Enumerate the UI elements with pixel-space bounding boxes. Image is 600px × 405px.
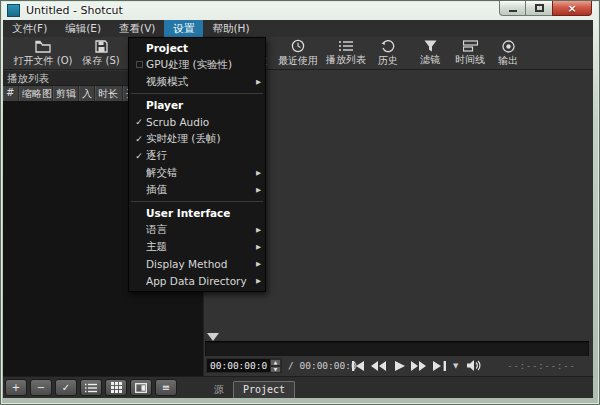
rewind-button[interactable] <box>370 360 386 372</box>
view-tiles-icon <box>111 382 122 393</box>
volume-icon <box>467 359 481 372</box>
fast-forward-icon <box>411 361 426 371</box>
menu-header-player: Player <box>129 97 265 113</box>
export-label: 输出 <box>498 54 518 68</box>
submenu-arrow-icon: ▶ <box>252 260 261 268</box>
menu-edit[interactable]: 编辑(E) <box>56 20 110 37</box>
minimize-button[interactable] <box>499 1 526 16</box>
menu-settings[interactable]: 设置 <box>164 20 203 37</box>
main-toolbar: 打开文件 (O) 保存 (S) i 性 最近使用 播放列表 历史 <box>3 37 593 70</box>
view-icons-button[interactable] <box>130 379 152 396</box>
tab-source[interactable]: 源 <box>205 381 233 398</box>
rewind-icon <box>371 361 386 371</box>
window-title: Untitled - Shotcut <box>26 4 123 17</box>
export-icon <box>502 40 515 53</box>
view-icons-icon <box>135 383 147 393</box>
playlist-add-button[interactable]: + <box>5 379 27 396</box>
history-label: 历史 <box>378 54 398 68</box>
recent-clock-icon <box>291 39 305 53</box>
window-controls: × <box>499 1 592 16</box>
spinner-down-icon[interactable]: ▼ <box>270 366 281 373</box>
submenu-arrow-icon: ▶ <box>252 186 261 194</box>
save-icon <box>95 40 108 53</box>
player-tabs: 源 Project <box>205 379 295 398</box>
col-in[interactable]: 入 <box>79 86 95 101</box>
menu-item-scrub-audio[interactable]: ✓Scrub Audio <box>129 113 265 130</box>
timeline-button[interactable]: 时间线 <box>450 38 490 69</box>
playlist-icon <box>339 40 353 52</box>
menu-item-realtime[interactable]: ✓实时处理 (丢帧) <box>129 130 265 147</box>
close-icon: × <box>567 3 576 14</box>
menu-item-video-mode[interactable]: 视频模式▶ <box>129 73 265 90</box>
playlist-label: 播放列表 <box>326 53 366 67</box>
fast-forward-button[interactable] <box>410 360 426 372</box>
volume-dropdown-caret-icon[interactable]: ▼ <box>453 362 458 370</box>
playlist-update-button[interactable]: ✓ <box>55 379 77 396</box>
col-duration[interactable]: 时长 <box>95 86 123 101</box>
menu-item-deinterlacer[interactable]: 解交错▶ <box>129 164 265 181</box>
menu-item-language[interactable]: 语言▶ <box>129 221 265 238</box>
filters-button[interactable]: 滤镜 <box>410 38 450 69</box>
submenu-arrow-icon: ▶ <box>252 277 261 285</box>
menu-item-display-method[interactable]: Display Method▶ <box>129 255 265 272</box>
export-button[interactable]: 输出 <box>492 38 524 69</box>
playhead-marker[interactable] <box>207 333 219 341</box>
play-button[interactable] <box>392 360 408 372</box>
filters-funnel-icon <box>424 40 437 52</box>
submenu-arrow-icon: ▶ <box>252 78 261 86</box>
skip-to-start-icon <box>352 361 365 371</box>
filters-label: 滤镜 <box>420 53 440 67</box>
menu-view[interactable]: 查看(V) <box>110 20 164 37</box>
menu-item-interpolation[interactable]: 插值▶ <box>129 181 265 198</box>
check-icon: ✓ <box>132 117 146 127</box>
open-file-icon <box>35 40 51 53</box>
title-bar[interactable]: Untitled - Shotcut × <box>0 0 600 20</box>
submenu-arrow-icon: ▶ <box>252 243 261 251</box>
timeline-icon <box>463 40 478 52</box>
view-tiles-button[interactable] <box>105 379 127 396</box>
menu-file[interactable]: 文件(F) <box>3 20 56 37</box>
menu-bar: 文件(F) 编辑(E) 查看(V) 设置 帮助(H) <box>3 20 593 37</box>
playlist-button[interactable]: 播放列表 <box>322 38 370 69</box>
menu-item-gpu-processing[interactable]: GPU处理 (实验性) <box>129 56 265 73</box>
tab-project[interactable]: Project <box>233 381 295 398</box>
seek-bar[interactable] <box>205 341 589 356</box>
spinner-up-icon[interactable]: ▲ <box>270 359 281 366</box>
minimize-icon <box>509 10 517 12</box>
menu-separator <box>129 198 265 205</box>
position-value[interactable]: 00:00:00:0 <box>207 359 270 372</box>
col-thumbnail[interactable]: 缩略图 <box>19 86 53 101</box>
playlist-remove-button[interactable]: − <box>30 379 52 396</box>
shotcut-window: Untitled - Shotcut × 文件(F) 编辑(E) 查看(V) 设… <box>0 0 600 405</box>
menu-item-progressive[interactable]: ✓逐行 <box>129 147 265 164</box>
playlist-toolbar: + − ✓ ≡ <box>5 379 177 396</box>
submenu-arrow-icon: ▶ <box>252 169 261 177</box>
skip-to-start-button[interactable] <box>350 360 366 372</box>
history-icon <box>381 40 395 53</box>
history-button[interactable]: 历史 <box>370 38 406 69</box>
view-details-icon <box>85 383 97 393</box>
timeline-label: 时间线 <box>455 53 485 67</box>
close-button[interactable]: × <box>552 1 592 16</box>
save-button[interactable]: 保存 (S) <box>79 38 123 69</box>
maximize-button[interactable] <box>526 1 552 16</box>
duration-separator: / <box>288 360 294 371</box>
menu-item-app-data-directory[interactable]: App Data Directory▶ <box>129 272 265 289</box>
open-file-button[interactable]: 打开文件 (O) <box>11 38 75 69</box>
skip-to-end-icon <box>433 361 446 371</box>
col-index[interactable]: # <box>3 86 19 101</box>
position-spinbox[interactable]: 00:00:00:0 ▲ ▼ <box>206 358 282 373</box>
view-details-button[interactable] <box>80 379 102 396</box>
playlist-menu-button[interactable]: ≡ <box>155 379 177 396</box>
volume-button[interactable] <box>467 359 481 375</box>
menu-help[interactable]: 帮助(H) <box>203 20 258 37</box>
recent-label: 最近使用 <box>278 54 318 68</box>
menu-item-theme[interactable]: 主题▶ <box>129 238 265 255</box>
recent-button[interactable]: 最近使用 <box>274 38 322 69</box>
bottom-bar: + − ✓ ≡ 源 Project <box>3 376 593 398</box>
col-clip[interactable]: 剪辑 <box>53 86 79 101</box>
menu-header-project: Project <box>129 40 265 56</box>
skip-to-end-button[interactable] <box>431 360 447 372</box>
check-icon: ✓ <box>132 134 146 144</box>
check-icon: ✓ <box>132 151 146 161</box>
